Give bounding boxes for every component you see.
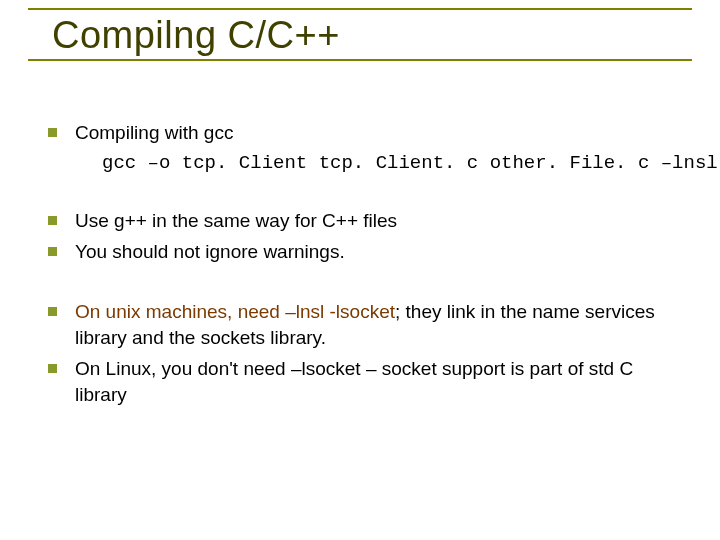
list-item: Compiling with gcc [48, 120, 680, 146]
slide-body: Compiling with gcc gcc –o tcp. Client tc… [48, 120, 680, 441]
item-text: On Linux, you don't need –lsocket – sock… [75, 356, 680, 407]
list-item: On Linux, you don't need –lsocket – sock… [48, 356, 680, 407]
list-item: You should not ignore warnings. [48, 239, 680, 265]
item-text: Compiling with gcc [75, 120, 680, 146]
slide-title: Compilng C/C++ [52, 14, 692, 57]
title-rule-bottom [28, 59, 692, 61]
bullet-group: On unix machines, need –lnsl -lsocket; t… [48, 299, 680, 408]
square-bullet-icon [48, 247, 57, 256]
code-line: gcc –o tcp. Client tcp. Client. c other.… [102, 152, 680, 174]
item-text: On unix machines, need –lnsl -lsocket; t… [75, 299, 680, 350]
title-block: Compilng C/C++ [28, 8, 692, 61]
square-bullet-icon [48, 364, 57, 373]
square-bullet-icon [48, 307, 57, 316]
bullet-group: Compiling with gcc gcc –o tcp. Client tc… [48, 120, 680, 174]
item-text: Use g++ in the same way for C++ files [75, 208, 680, 234]
title-rule-top [28, 8, 692, 10]
square-bullet-icon [48, 128, 57, 137]
square-bullet-icon [48, 216, 57, 225]
highlight-text: On unix machines, need –lnsl -lsocket [75, 301, 395, 322]
list-item: Use g++ in the same way for C++ files [48, 208, 680, 234]
bullet-group: Use g++ in the same way for C++ files Yo… [48, 208, 680, 265]
item-text: You should not ignore warnings. [75, 239, 680, 265]
list-item: On unix machines, need –lnsl -lsocket; t… [48, 299, 680, 350]
